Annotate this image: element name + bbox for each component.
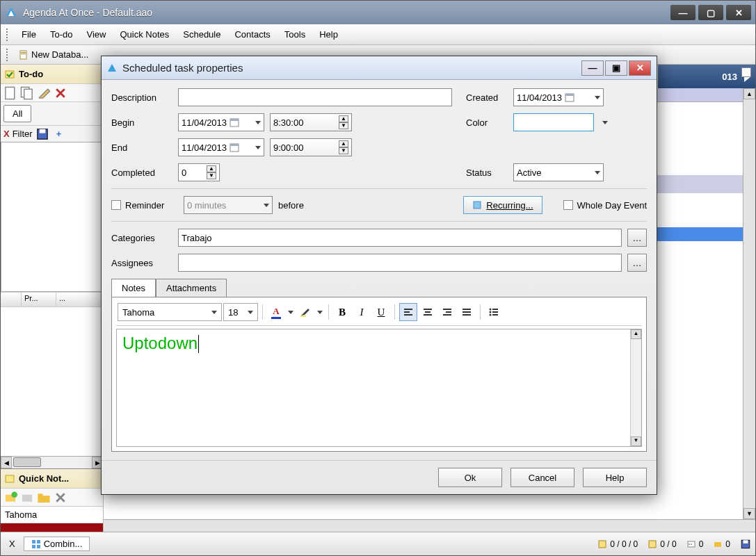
highlight-dropdown[interactable]	[316, 303, 324, 321]
font-color-button[interactable]: A	[267, 303, 285, 321]
end-time-input[interactable]: 9:00:00 ▲▼	[270, 138, 352, 156]
reminder-interval-combo[interactable]: 0 minutes	[184, 196, 273, 214]
col-priority[interactable]: Pr...	[22, 293, 56, 306]
scroll-left-icon[interactable]: ◀	[1, 457, 12, 468]
tab-attachments[interactable]: Attachments	[156, 279, 227, 297]
assignees-browse-button[interactable]: …	[627, 254, 647, 272]
font-size-combo[interactable]: 18	[223, 303, 258, 321]
scroll-track[interactable]	[12, 457, 92, 468]
qn-add-icon[interactable]	[3, 491, 17, 505]
save-filter-icon[interactable]	[35, 127, 49, 141]
bold-button[interactable]: B	[333, 303, 351, 321]
status-combo[interactable]: Active	[513, 163, 604, 181]
edit-icon[interactable]	[37, 86, 51, 100]
filter-x-icon[interactable]: X	[3, 129, 10, 139]
color-picker[interactable]	[513, 113, 594, 131]
menu-quicknotes[interactable]: Quick Notes	[113, 26, 176, 42]
font-family-combo[interactable]: Tahoma	[118, 303, 222, 321]
ok-button[interactable]: Ok	[438, 468, 502, 487]
menu-help[interactable]: Help	[312, 26, 345, 42]
quicknotes-item-red[interactable]	[1, 523, 103, 532]
highlight-button[interactable]	[296, 303, 314, 321]
font-color-dropdown[interactable]	[287, 303, 295, 321]
description-input[interactable]	[178, 88, 452, 106]
spin-up-icon[interactable]: ▲	[339, 140, 348, 147]
menu-view[interactable]: View	[79, 26, 113, 42]
statusbar-tab[interactable]: Combin...	[24, 537, 90, 551]
begin-time-input[interactable]: 8:30:00 ▲▼	[270, 113, 352, 131]
align-center-button[interactable]	[419, 303, 437, 321]
quicknotes-font-row[interactable]: Tahoma	[1, 507, 103, 523]
scroll-down-icon[interactable]: ▼	[631, 436, 641, 446]
chevron-down-icon[interactable]	[211, 311, 217, 314]
chevron-down-icon[interactable]	[255, 146, 261, 149]
notes-editor[interactable]: Uptodown ▲ ▼	[116, 329, 642, 447]
status-close-x[interactable]: X	[5, 539, 19, 549]
tab-all[interactable]: All	[3, 105, 31, 122]
todo-hscroll[interactable]: ◀ ▶	[1, 456, 103, 468]
help-button[interactable]: Help	[583, 468, 647, 487]
chevron-down-icon[interactable]	[595, 171, 600, 174]
scroll-down-icon[interactable]: ▼	[743, 508, 755, 519]
main-titlebar[interactable]: Agenda At Once - Default.aao — ▢ ✕	[1, 1, 755, 24]
italic-button[interactable]: I	[353, 303, 371, 321]
col-more[interactable]: ...	[56, 293, 103, 306]
schedule-vscroll[interactable]: ▲ ▼	[743, 88, 755, 519]
dialog-minimize-button[interactable]: —	[581, 60, 604, 76]
close-button[interactable]: ✕	[726, 5, 751, 20]
underline-button[interactable]: U	[372, 303, 390, 321]
status-save-icon[interactable]	[740, 539, 751, 550]
col-blank[interactable]	[1, 293, 22, 306]
new-database-button[interactable]: New Databa...	[15, 48, 93, 61]
created-date-input[interactable]: 11/04/2013	[513, 88, 604, 106]
menu-contacts[interactable]: Contacts	[227, 26, 277, 42]
add-filter-icon[interactable]: +	[52, 127, 66, 141]
align-justify-button[interactable]	[458, 303, 476, 321]
reminder-checkbox[interactable]	[111, 200, 121, 210]
menu-tools[interactable]: Tools	[278, 26, 312, 42]
bullet-list-button[interactable]	[485, 303, 503, 321]
menu-schedule[interactable]: Schedule	[176, 26, 227, 42]
spin-up-icon[interactable]: ▲	[339, 115, 348, 122]
chevron-down-icon[interactable]	[255, 121, 261, 124]
tab-notes[interactable]: Notes	[111, 279, 156, 297]
qn-copy-icon[interactable]	[20, 491, 34, 505]
calendar-icon[interactable]	[230, 142, 239, 152]
chevron-down-icon[interactable]	[595, 96, 600, 99]
scroll-up-icon[interactable]: ▲	[743, 88, 755, 99]
chevron-down-icon[interactable]	[248, 311, 253, 314]
chevron-down-icon[interactable]	[602, 121, 608, 124]
calendar-icon[interactable]	[230, 117, 239, 127]
end-date-input[interactable]: 11/04/2013	[178, 138, 264, 156]
categories-input[interactable]	[178, 229, 622, 247]
pane-pin-icon[interactable]	[741, 67, 751, 77]
notes-vscroll[interactable]: ▲ ▼	[630, 329, 641, 446]
maximize-button[interactable]: ▢	[698, 5, 723, 20]
dialog-titlebar[interactable]: Scheduled task properties — ▣ ✕	[102, 56, 657, 80]
recurring-button[interactable]: Recurring...	[463, 196, 542, 214]
copy-icon[interactable]	[20, 86, 34, 100]
completed-input[interactable]: 0 ▲▼	[178, 163, 220, 181]
qn-delete-icon[interactable]	[54, 491, 67, 505]
scroll-up-icon[interactable]: ▲	[631, 329, 641, 339]
align-right-button[interactable]	[438, 303, 456, 321]
chevron-down-icon[interactable]	[264, 204, 269, 207]
spin-down-icon[interactable]: ▼	[207, 172, 216, 179]
filter-input[interactable]	[1, 142, 103, 292]
minimize-button[interactable]: —	[670, 5, 695, 20]
scroll-thumb[interactable]	[13, 457, 41, 467]
delete-icon[interactable]	[54, 86, 67, 100]
schedule-hscroll[interactable]	[104, 519, 755, 532]
spin-down-icon[interactable]: ▼	[339, 147, 348, 154]
menubar-grip[interactable]	[6, 28, 10, 41]
menu-file[interactable]: File	[15, 26, 43, 42]
categories-browse-button[interactable]: …	[627, 229, 647, 247]
spin-down-icon[interactable]: ▼	[339, 122, 348, 129]
spin-up-icon[interactable]: ▲	[207, 165, 216, 172]
whole-day-checkbox[interactable]	[563, 200, 573, 210]
align-left-button[interactable]	[399, 303, 417, 321]
assignees-input[interactable]	[178, 254, 622, 272]
calendar-icon[interactable]	[565, 92, 574, 102]
dialog-maximize-button[interactable]: ▣	[605, 60, 627, 76]
new-item-icon[interactable]	[3, 86, 17, 100]
